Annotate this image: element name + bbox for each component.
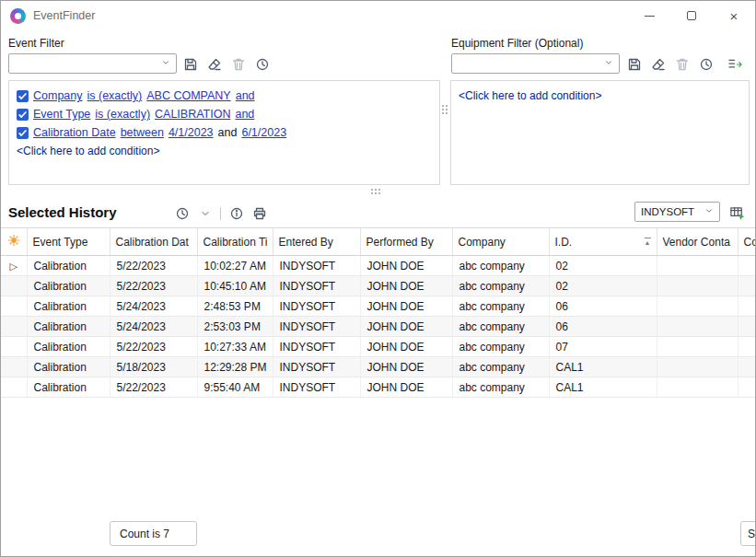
toolbar-separator (220, 207, 221, 220)
table-row[interactable]: Calibration5/18/202312:29:28 PMINDYSOFTJ… (1, 357, 756, 377)
column-header[interactable]: Entered By (273, 228, 360, 256)
table-cell (738, 256, 756, 276)
field-chooser-icon[interactable] (729, 204, 745, 220)
table-cell: Calibration (27, 296, 110, 317)
maximize-button[interactable] (670, 1, 713, 30)
table-cell: INDYSOFT (273, 357, 360, 377)
vertical-splitter-handle[interactable] (442, 105, 449, 116)
user-combo[interactable]: INDYSOFT (634, 202, 720, 222)
condition-link[interactable]: Company (33, 89, 83, 102)
table-cell: abc company (452, 377, 549, 398)
table-row[interactable]: Calibration5/24/20232:48:53 PMINDYSOFTJO… (1, 296, 756, 317)
row-indicator (1, 296, 27, 317)
column-header[interactable]: Calibration Dat (110, 228, 197, 256)
delete-equipment-filter-icon[interactable] (674, 56, 690, 72)
eventfinder-window: EventFinder × Event Filter Equipment Fil… (0, 0, 756, 557)
table-cell: 12:29:28 PM (197, 357, 273, 377)
table-cell: 5/24/2023 (110, 317, 197, 337)
chevron-down-icon (704, 206, 714, 217)
grid-corner-sun-icon[interactable] (1, 228, 27, 256)
clear-equipment-filter-icon[interactable] (650, 56, 666, 72)
condition-link[interactable]: Event Type (33, 108, 90, 121)
condition-link[interactable]: 4/1/2023 (169, 126, 214, 139)
count-text: Count is 7 (120, 528, 169, 540)
close-button[interactable]: × (713, 1, 755, 30)
event-add-condition-link[interactable]: <Click here to add condition> (17, 145, 159, 157)
column-header[interactable]: Co (738, 228, 756, 256)
history-icon[interactable] (174, 205, 190, 221)
equipment-filter-combo[interactable] (451, 53, 620, 74)
row-indicator (1, 337, 27, 357)
search-button[interactable]: S (740, 521, 756, 546)
history-dropdown-icon[interactable] (197, 205, 213, 221)
condition-text: and (218, 126, 238, 139)
table-cell: 10:02:27 AM (197, 256, 273, 276)
table-cell: 02 (549, 276, 657, 296)
condition-link[interactable]: Calibration Date (33, 126, 116, 139)
event-filter-combo[interactable] (8, 53, 177, 74)
table-cell: INDYSOFT (273, 296, 360, 317)
table-row[interactable]: Calibration5/24/20232:53:03 PMINDYSOFTJO… (1, 317, 756, 337)
condition-link[interactable]: and (235, 108, 254, 121)
column-header[interactable]: Calibration Ti (197, 228, 273, 256)
condition-link[interactable]: 6/1/2023 (241, 126, 286, 139)
table-cell (657, 276, 738, 296)
minimize-button[interactable] (628, 1, 670, 30)
clear-filter-icon[interactable] (206, 56, 222, 72)
column-header[interactable]: Performed By (360, 228, 452, 256)
print-icon[interactable] (251, 205, 267, 221)
recent-filters-icon[interactable] (254, 56, 270, 72)
table-cell: INDYSOFT (273, 317, 360, 337)
column-header[interactable]: Company (452, 228, 549, 256)
column-header[interactable]: Event Type (27, 228, 110, 256)
info-icon[interactable] (228, 205, 244, 221)
condition-link[interactable]: ABC COMPANY (146, 89, 230, 102)
table-cell: abc company (452, 276, 549, 296)
table-cell: 02 (549, 256, 657, 276)
table-cell: 5/22/2023 (110, 377, 197, 398)
table-row[interactable]: Calibration5/22/202310:45:10 AMINDYSOFTJ… (1, 276, 756, 296)
condition-link[interactable]: between (121, 126, 164, 139)
row-indicator: ▷ (1, 256, 27, 276)
condition-link[interactable]: is (exactly) (87, 89, 143, 102)
filter-condition-row: Companyis (exactly)ABC COMPANYand (17, 87, 432, 105)
table-cell: 9:55:40 AM (197, 377, 273, 398)
table-cell: JOHN DOE (360, 337, 452, 357)
condition-link[interactable]: and (236, 89, 255, 102)
column-header[interactable]: I.D.▲ (549, 228, 657, 256)
table-cell: CAL1 (549, 357, 657, 377)
event-conditions-panel: Companyis (exactly)ABC COMPANYandEvent T… (8, 80, 440, 185)
condition-link[interactable]: is (exactly) (95, 108, 150, 121)
table-cell: abc company (452, 317, 549, 337)
delete-filter-icon[interactable] (230, 56, 246, 72)
equipment-add-condition-link[interactable]: <Click here to add condition> (459, 89, 601, 102)
table-cell: 5/18/2023 (110, 357, 197, 377)
horizontal-splitter-handle[interactable] (371, 189, 382, 196)
equipment-filter-label: Equipment Filter (Optional) (451, 37, 583, 50)
table-cell: Calibration (27, 276, 110, 296)
selected-history-title: Selected History (8, 204, 117, 220)
table-cell: abc company (452, 296, 549, 317)
table-cell: Calibration (27, 357, 110, 377)
condition-checkbox[interactable] (17, 109, 29, 121)
table-row[interactable]: ▷Calibration5/22/202310:02:27 AMINDYSOFT… (1, 256, 756, 276)
table-row[interactable]: Calibration5/22/202310:27:33 AMINDYSOFTJ… (1, 337, 756, 357)
condition-link[interactable]: CALIBRATION (155, 108, 230, 121)
table-cell (657, 256, 738, 276)
condition-checkbox[interactable] (17, 127, 29, 139)
condition-checkbox[interactable] (17, 90, 29, 102)
window-title: EventFinder (33, 9, 95, 22)
table-cell: Calibration (27, 317, 110, 337)
recent-equipment-filters-icon[interactable] (698, 56, 714, 72)
table-row[interactable]: Calibration5/22/20239:55:40 AMINDYSOFTJO… (1, 377, 756, 398)
event-conditions: Companyis (exactly)ABC COMPANYandEvent T… (17, 87, 432, 142)
column-header[interactable]: Vendor Conta (657, 228, 738, 256)
table-cell: 5/22/2023 (110, 256, 197, 276)
save-equipment-filter-icon[interactable] (626, 56, 642, 72)
sort-ascending-icon: ▲ (645, 238, 651, 246)
table-cell: 06 (549, 317, 657, 337)
equipment-tree-filter-icon[interactable] (727, 56, 743, 72)
save-filter-icon[interactable] (182, 56, 198, 72)
table-cell (738, 296, 756, 317)
row-indicator (1, 276, 27, 296)
